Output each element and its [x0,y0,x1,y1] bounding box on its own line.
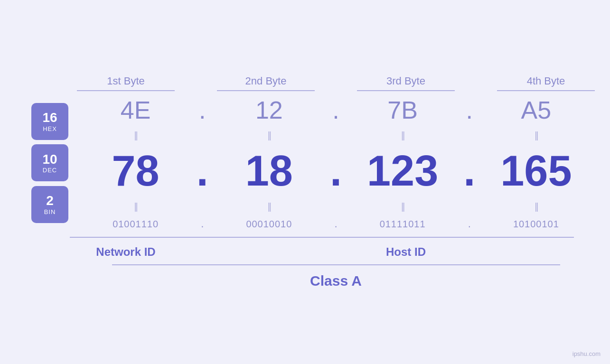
equals-2: || [214,130,324,141]
watermark: ipshu.com [572,350,601,357]
hex-dot-3: . [458,96,481,124]
class-label: Class A [56,269,610,289]
network-id-label: Network ID [56,242,196,259]
dec-badge-num: 10 [42,152,57,167]
hex-value-1: 4E [121,96,151,124]
bin-byte-4: 10100101 [481,219,591,230]
equals-1: || [81,130,190,141]
equals-row-1: || || || || [81,129,591,142]
equals-4: || [481,130,591,141]
hex-byte-1: 4E [81,96,190,124]
bin-badge-num: 2 [46,194,54,208]
bin-byte-3: 01111011 [348,219,458,230]
host-id-area: Host ID [196,237,610,259]
equals-6: || [214,201,324,212]
bin-value-2: 00010010 [246,219,292,230]
dec-byte-2: 18 [214,147,324,196]
dec-dot-1: . [190,147,214,196]
hex-value-4: A5 [521,96,552,124]
equals-7: || [348,201,458,212]
byte-header-4: 4th Byte [476,75,610,91]
dec-row: 78 . 18 . 123 . 165 [81,142,591,200]
bin-byte-2: 00010010 [214,219,324,230]
dec-byte-1: 78 [81,147,190,196]
hex-byte-4: A5 [481,96,591,124]
bin-badge: 2 BIN [31,186,68,223]
network-id-area: Network ID [56,237,196,259]
hex-dot-2: . [324,96,348,124]
dec-value-4: 165 [500,147,572,196]
bin-byte-1: 01001110 [81,219,190,230]
hex-badge-label: HEX [43,125,57,132]
bin-value-4: 10100101 [513,219,559,230]
bin-dot-3: . [458,218,481,230]
hex-badge: 16 HEX [31,103,68,140]
bin-dot-2: . [324,218,348,230]
hex-dot-1: . [190,96,214,124]
bin-row: 01001110 . 00010010 . 01111011 . [81,213,591,235]
bin-dot-1: . [190,218,214,230]
hex-value-3: 7B [387,96,418,124]
main-container: 1st Byte 2nd Byte 3rd Byte 4th Byte 16 H… [0,0,610,364]
byte-header-2: 2nd Byte [196,75,336,91]
byte-header-1: 1st Byte [56,75,196,91]
hex-byte-3: 7B [348,96,458,124]
dec-badge: 10 DEC [31,144,68,181]
dec-dot-2: . [324,147,348,196]
hex-badge-num: 16 [42,111,57,125]
bin-badge-label: BIN [44,208,56,215]
bin-value-3: 01111011 [380,219,426,230]
id-section: Network ID Host ID [56,237,610,259]
equals-5: || [81,201,190,212]
bin-value-1: 01001110 [113,219,159,230]
byte-headers-row: 1st Byte 2nd Byte 3rd Byte 4th Byte [56,75,610,91]
class-section: Class A [56,264,610,289]
hex-row: 4E . 12 . 7B . A5 [81,91,591,129]
hex-byte-2: 12 [214,96,324,124]
dec-byte-3: 123 [348,147,458,196]
byte-header-3: 3rd Byte [336,75,476,91]
dec-value-2: 18 [245,147,293,196]
host-id-label: Host ID [196,242,610,259]
hex-value-2: 12 [255,96,283,124]
dec-value-1: 78 [112,147,160,196]
equals-3: || [348,130,458,141]
equals-row-2: || || || || [81,200,591,213]
equals-8: || [481,201,591,212]
grid-area: 16 HEX 10 DEC 2 BIN 4E . [19,91,591,235]
data-rows: 4E . 12 . 7B . A5 [81,91,591,235]
dec-dot-3: . [458,147,481,196]
dec-value-3: 123 [367,147,438,196]
label-column: 16 HEX 10 DEC 2 BIN [19,91,81,235]
dec-byte-4: 165 [481,147,591,196]
dec-badge-label: DEC [43,167,57,174]
